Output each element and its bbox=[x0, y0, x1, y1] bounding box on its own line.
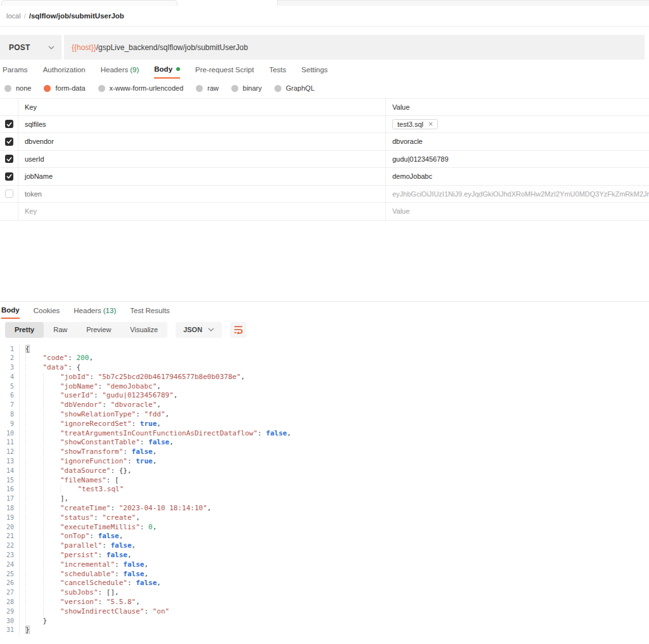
key-cell[interactable]: sqlfiles bbox=[18, 116, 385, 133]
code-line: 14 "dataSource": {}, bbox=[0, 467, 649, 476]
browser-tab-ghost[interactable] bbox=[277, 0, 649, 6]
chip-remove-icon[interactable]: × bbox=[428, 120, 433, 128]
line-number: 1 bbox=[0, 345, 19, 354]
code-text: "cancelSchedule": false, bbox=[19, 579, 161, 588]
code-line: 8 "showRelationType": "fdd", bbox=[0, 410, 649, 420]
row-checkbox[interactable] bbox=[5, 190, 13, 198]
tab-body[interactable]: Body bbox=[154, 65, 180, 79]
key-cell[interactable]: jobName bbox=[18, 168, 385, 185]
code-line: 26 "cancelSchedule": false, bbox=[0, 579, 649, 588]
view-mode-raw[interactable]: Raw bbox=[44, 322, 77, 338]
code-text: "treatArgumentsInCountFunctionAsDirectDa… bbox=[19, 429, 291, 439]
tab-pre-request-script[interactable]: Pre-request Script bbox=[195, 65, 254, 79]
row-checkbox[interactable] bbox=[5, 155, 13, 163]
code-line: 30 } bbox=[0, 617, 649, 626]
code-text: "dataSource": {}, bbox=[19, 467, 132, 476]
body-mode-form-data[interactable]: form-data bbox=[44, 84, 85, 92]
line-number: 31 bbox=[0, 626, 19, 635]
line-number: 27 bbox=[0, 588, 19, 598]
line-number: 30 bbox=[0, 617, 19, 626]
response-tab-test-results[interactable]: Test Results bbox=[130, 306, 170, 319]
key-cell[interactable]: dbvendor bbox=[18, 133, 385, 150]
line-number: 3 bbox=[0, 363, 19, 373]
value-cell[interactable]: demoJobabc bbox=[385, 168, 649, 185]
table-header-row: KeyValue bbox=[0, 98, 649, 116]
url-input[interactable]: {{host}}/gspLive_backend/sqlflow/job/sub… bbox=[64, 35, 645, 60]
value-cell[interactable]: Value bbox=[385, 203, 649, 220]
view-mode-segments: PrettyRawPreviewVisualize bbox=[5, 322, 167, 338]
response-tab-cookies[interactable]: Cookies bbox=[34, 306, 60, 319]
breadcrumb-workspace[interactable]: local bbox=[6, 12, 21, 20]
value-text: eyJhbGciOiJIUzI1NiJ9.eyJqdGkiOiJhdXRoMHw… bbox=[392, 190, 649, 198]
line-number: 8 bbox=[0, 410, 19, 420]
body-mode-label: none bbox=[16, 84, 31, 92]
value-cell[interactable]: test3.sql× bbox=[385, 116, 649, 133]
line-number: 18 bbox=[0, 504, 19, 513]
value-cell[interactable]: eyJhbGciOiJIUzI1NiJ9.eyJqdGkiOiJhdXRoMHw… bbox=[385, 186, 649, 203]
method-select[interactable]: POST bbox=[0, 35, 61, 60]
line-number: 25 bbox=[0, 570, 19, 579]
tab-params[interactable]: Params bbox=[3, 65, 28, 79]
line-number: 15 bbox=[0, 476, 19, 486]
response-tab-body[interactable]: Body bbox=[1, 306, 20, 319]
format-dropdown[interactable]: JSON bbox=[176, 322, 222, 338]
body-mode-none[interactable]: none bbox=[4, 84, 31, 92]
body-mode-label: x-www-form-urlencoded bbox=[110, 84, 184, 92]
tab-label: Tests bbox=[269, 66, 286, 74]
code-line: 25 "schedulable": false, bbox=[0, 570, 649, 579]
response-toolbar: PrettyRawPreviewVisualize JSON bbox=[0, 322, 649, 338]
value-cell[interactable]: gudu|0123456789 bbox=[385, 151, 649, 168]
body-mode-raw[interactable]: raw bbox=[196, 84, 219, 92]
row-checkbox[interactable] bbox=[5, 120, 13, 128]
line-number: 28 bbox=[0, 598, 19, 607]
row-checkbox[interactable] bbox=[5, 138, 13, 146]
response-tab-headers[interactable]: Headers(13) bbox=[74, 306, 116, 319]
file-chip[interactable]: test3.sql× bbox=[392, 119, 438, 129]
code-text: "showTransform": false, bbox=[19, 448, 157, 457]
code-text: "executeTimeMillis": 0, bbox=[19, 523, 157, 532]
code-text: "fileNames": [ bbox=[19, 476, 119, 486]
code-line: 24 "incremental": false, bbox=[0, 560, 649, 570]
code-line: 12 "showTransform": false, bbox=[0, 448, 649, 457]
tab-tests[interactable]: Tests bbox=[269, 65, 286, 79]
body-mode-binary[interactable]: binary bbox=[231, 84, 262, 92]
body-mode-graphql[interactable]: GraphQL bbox=[274, 84, 314, 92]
line-number: 6 bbox=[0, 391, 19, 401]
browser-tab-ghost[interactable] bbox=[1, 0, 177, 6]
line-number: 4 bbox=[0, 373, 19, 382]
checkbox-cell bbox=[0, 168, 18, 185]
file-chip-label: test3.sql bbox=[397, 120, 423, 128]
breadcrumb: local / /sqlflow/job/submitUserJob bbox=[0, 6, 649, 27]
tab-label: Authorization bbox=[43, 66, 86, 74]
code-text: } bbox=[19, 626, 30, 635]
tab-authorization[interactable]: Authorization bbox=[43, 65, 86, 79]
tab-label: Body bbox=[154, 65, 172, 73]
code-line: 1{ bbox=[0, 345, 649, 354]
line-number: 23 bbox=[0, 551, 19, 560]
key-cell[interactable]: token bbox=[18, 186, 385, 203]
body-mode-radios: noneform-datax-www-form-urlencodedrawbin… bbox=[0, 81, 649, 95]
code-line: 31} bbox=[0, 626, 649, 635]
code-text: "version": "5.5.8", bbox=[19, 598, 140, 607]
code-text: "schedulable": false, bbox=[19, 570, 148, 579]
tab-headers[interactable]: Headers(9) bbox=[101, 65, 139, 79]
wrap-text-button[interactable] bbox=[230, 322, 247, 338]
value-cell[interactable]: dbvoracle bbox=[385, 133, 649, 150]
view-mode-pretty[interactable]: Pretty bbox=[5, 322, 44, 338]
breadcrumb-separator: / bbox=[24, 12, 26, 20]
value-text: dbvoracle bbox=[392, 138, 423, 145]
row-checkbox[interactable] bbox=[5, 172, 13, 181]
radio-icon bbox=[231, 85, 238, 92]
key-cell[interactable]: userId bbox=[18, 151, 385, 168]
chevron-down-icon bbox=[48, 46, 55, 49]
body-mode-x-www-form-urlencoded[interactable]: x-www-form-urlencoded bbox=[98, 84, 184, 92]
key-cell[interactable]: Key bbox=[18, 203, 385, 220]
code-text: "onTop": false, bbox=[19, 532, 123, 541]
line-number: 22 bbox=[0, 541, 19, 551]
checkbox-cell bbox=[0, 186, 18, 203]
view-mode-preview[interactable]: Preview bbox=[77, 322, 120, 338]
view-mode-visualize[interactable]: Visualize bbox=[120, 322, 167, 338]
tab-label: Body bbox=[1, 306, 20, 314]
chevron-down-icon bbox=[208, 328, 214, 332]
tab-settings[interactable]: Settings bbox=[302, 65, 328, 79]
